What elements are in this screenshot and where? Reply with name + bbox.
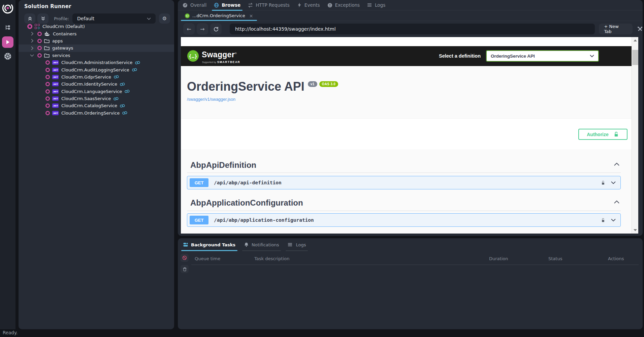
unlock-icon xyxy=(613,131,619,137)
tree-item-label: CloudCrm.AdministrationService xyxy=(61,60,132,65)
abp-studio-logo-icon xyxy=(2,2,14,14)
chevron-right-icon[interactable] xyxy=(30,46,34,51)
solution-toolbar: Profile: Default ⚙ xyxy=(24,13,170,24)
chevron-right-icon[interactable] xyxy=(30,31,34,36)
bolt-icon xyxy=(297,3,302,7)
collapse-all-button[interactable] xyxy=(24,13,35,24)
module-status-icon xyxy=(37,46,42,50)
column-header: Task description xyxy=(254,256,289,261)
solution-tree: CloudCrm (Default) Containers a xyxy=(19,23,174,117)
module-status-icon xyxy=(45,103,50,108)
solution-runner-icon[interactable] xyxy=(2,36,13,48)
task-table-header: Queue time Task description Duration Sta… xyxy=(178,256,643,263)
browser-tab[interactable]: {} ...dCrm.OrderingService × xyxy=(181,10,257,21)
chevron-down-icon xyxy=(590,55,594,57)
status-bar: Ready. xyxy=(0,329,644,337)
lock-icon[interactable] xyxy=(601,180,606,185)
new-tab-button[interactable]: + New Tab xyxy=(599,24,633,34)
tab-browse[interactable]: Browse xyxy=(214,0,240,10)
tree-item-service[interactable]: .NET CloudCrm.SaasService xyxy=(19,95,174,102)
solution-explorer-icon[interactable] xyxy=(5,25,10,30)
tree-item-service[interactable]: .NET CloudCrm.IdentityService xyxy=(19,81,174,88)
kubernetes-icon[interactable] xyxy=(4,52,12,60)
spec-link[interactable]: /swagger/v1/swagger.json xyxy=(187,97,235,102)
definition-select[interactable]: OrderingService API xyxy=(486,50,599,62)
scrollbar-track[interactable] xyxy=(632,37,638,234)
scroll-up-icon[interactable] xyxy=(634,39,637,41)
link-icon xyxy=(132,68,137,71)
tab-exceptions[interactable]: Exceptions xyxy=(327,0,360,10)
tab-notifications[interactable]: Notifications xyxy=(244,238,279,251)
clear-tasks-button[interactable] xyxy=(181,265,189,273)
tab-events[interactable]: Events xyxy=(297,0,320,10)
tree-item-service[interactable]: .NET CloudCrm.OrderingService xyxy=(19,110,174,117)
tree-item-apps[interactable]: apps xyxy=(19,37,174,44)
link-icon xyxy=(124,90,130,93)
tree-item-service[interactable]: .NET CloudCrm.LanguageService xyxy=(19,88,174,95)
version-badge: v1 xyxy=(308,81,317,87)
devtools-icon[interactable] xyxy=(637,26,643,32)
tab-background-tasks[interactable]: Background Tasks xyxy=(183,238,235,251)
authorize-button[interactable]: Authorize xyxy=(578,129,627,140)
arrows-swap-icon xyxy=(248,3,253,8)
trash-icon xyxy=(183,267,187,271)
section-divider xyxy=(187,173,621,173)
browser-tab-strip: {} ...dCrm.OrderingService × xyxy=(178,10,643,21)
tree-item-gateways[interactable]: gateways xyxy=(19,44,174,52)
chevron-right-icon[interactable] xyxy=(30,38,34,43)
module-status-icon xyxy=(45,68,50,72)
panel-title: Solution Runner xyxy=(24,3,71,9)
tree-item-label: Containers xyxy=(53,31,76,36)
scroll-down-icon[interactable] xyxy=(634,229,637,231)
lock-icon[interactable] xyxy=(601,218,606,223)
column-header: Queue time xyxy=(195,256,220,261)
swagger-operations: AbpApiDefinition GET /api/abp/api-defini… xyxy=(181,149,638,234)
operation-path: /api/abp/api-definition xyxy=(214,180,282,185)
forward-button[interactable]: → xyxy=(197,23,208,35)
module-status-icon xyxy=(45,111,50,115)
module-status-icon xyxy=(37,32,42,36)
scheme-container: Authorize xyxy=(181,119,638,149)
tree-item-label: CloudCrm.SaasService xyxy=(61,96,111,101)
tree-item-service[interactable]: .NET CloudCrm.GdprService xyxy=(19,73,174,81)
swagger-brand: Swagger® xyxy=(202,50,237,59)
tab-http-requests[interactable]: HTTP Requests xyxy=(248,0,290,10)
reload-button[interactable] xyxy=(210,23,222,35)
tab-bottom-logs[interactable]: Logs xyxy=(288,238,306,251)
profile-select[interactable]: Default xyxy=(72,13,156,24)
chevron-down-icon[interactable] xyxy=(30,53,34,58)
tree-item-service[interactable]: .NET CloudCrm.AuditLoggingService xyxy=(19,66,174,73)
folder-icon xyxy=(44,53,50,58)
status-text: Ready. xyxy=(3,330,18,335)
expand-all-button[interactable] xyxy=(37,13,49,24)
url-input[interactable] xyxy=(230,24,595,34)
chevron-down-icon xyxy=(147,18,151,20)
lines-icon xyxy=(288,243,293,247)
tree-item-containers[interactable]: Containers xyxy=(19,30,174,37)
gear-icon[interactable]: ⚙ xyxy=(159,13,170,24)
tree-item-services[interactable]: services xyxy=(19,52,174,59)
tree-item-label: CloudCrm.CatalogService xyxy=(61,103,117,108)
tree-item-service[interactable]: .NET CloudCrm.CatalogService xyxy=(19,102,174,109)
tab-overall[interactable]: Overall xyxy=(183,0,206,10)
tree-item-service[interactable]: .NET CloudCrm.AdministrationService xyxy=(19,59,174,66)
column-header: Status xyxy=(548,256,562,261)
operation-get-api-definition[interactable]: GET /api/abp/api-definition xyxy=(187,176,621,189)
tree-item-root[interactable]: CloudCrm (Default) xyxy=(19,23,174,30)
tab-logs[interactable]: Logs xyxy=(367,0,385,10)
dotnet-badge: .NET xyxy=(52,75,59,79)
tree-item-label: apps xyxy=(52,38,63,43)
scrollbar-thumb[interactable] xyxy=(632,50,638,65)
dotnet-badge: .NET xyxy=(52,82,59,86)
chevron-up-icon[interactable] xyxy=(614,201,619,204)
operation-get-application-configuration[interactable]: GET /api/abp/application-configuration xyxy=(187,213,621,227)
main-tabs: Overall Browse HTTP Requests Events Exce… xyxy=(178,0,643,10)
chevron-down-icon xyxy=(611,219,616,221)
module-status-icon xyxy=(37,39,42,43)
docker-icon xyxy=(44,31,50,36)
tree-item-label: CloudCrm.AuditLoggingService xyxy=(61,67,129,72)
back-button[interactable]: ← xyxy=(183,23,195,35)
chevron-up-icon[interactable] xyxy=(614,163,619,166)
close-icon[interactable]: × xyxy=(249,13,253,19)
operation-path: /api/abp/application-configuration xyxy=(214,217,314,223)
